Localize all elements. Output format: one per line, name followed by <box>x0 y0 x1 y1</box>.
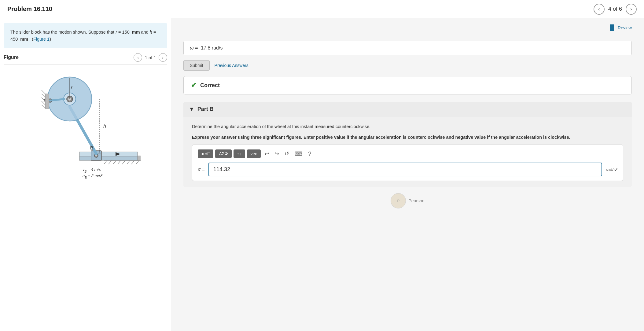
prev-problem-button[interactable]: ‹ <box>594 4 605 15</box>
keyboard-button[interactable]: ⌨ <box>293 149 304 158</box>
part-b-description2: Express your answer using three signific… <box>192 134 623 141</box>
svg-rect-12 <box>79 156 138 160</box>
redo-button[interactable]: ↪ <box>273 149 281 158</box>
part-b-collapse-icon: ▼ <box>189 106 194 112</box>
correct-box: ✔ Correct <box>183 76 632 94</box>
part-b-title: Part B <box>197 106 214 112</box>
pearson-logo: P <box>391 193 406 208</box>
part-a-answer-label: ω = <box>190 45 198 51</box>
description-text: The slider block has the motion shown. S… <box>10 30 156 42</box>
part-b-body: Determine the angular acceleration of th… <box>183 117 632 187</box>
alpha-unit: rad/s² <box>606 167 617 172</box>
nav-controls: ‹ 4 of 6 › <box>594 4 637 15</box>
pearson-label: Pearson <box>408 198 424 203</box>
part-b-section: ▼ Part B Determine the angular accelerat… <box>183 102 632 187</box>
submit-row: Submit Previous Answers <box>183 60 632 71</box>
part-b-header[interactable]: ▼ Part B <box>183 102 632 117</box>
correct-label: Correct <box>200 82 220 89</box>
previous-answers-link[interactable]: Previous Answers <box>215 63 248 68</box>
figure-nav: ‹ 1 of 1 › <box>134 53 167 62</box>
review-link[interactable]: ▐▌ Review <box>608 24 632 31</box>
input-row: α = rad/s² <box>198 163 617 176</box>
pearson-logo-area: P Pearson <box>183 187 632 211</box>
left-scroll[interactable]: The slider block has the motion shown. S… <box>0 18 171 331</box>
right-panel[interactable]: ▐▌ Review ω = 17.8 rad/s Submit Previous… <box>171 18 644 331</box>
review-icon: ▐▌ <box>608 24 616 31</box>
main-layout: The slider block has the motion shown. S… <box>0 18 644 331</box>
sqrt-label: √□ <box>205 151 210 156</box>
left-panel: The slider block has the motion shown. S… <box>0 18 171 331</box>
figure-title: Figure <box>4 55 19 60</box>
problem-title: Problem 16.110 <box>7 6 52 13</box>
sqrt-button[interactable]: ■ √□ <box>198 149 213 158</box>
next-problem-button[interactable]: › <box>626 4 637 15</box>
part-a-answer-box: ω = 17.8 rad/s <box>183 41 632 55</box>
alpha-label: α = <box>198 167 205 172</box>
alpha-input[interactable] <box>208 163 602 176</box>
svg-rect-29 <box>45 94 49 108</box>
arrows-button[interactable]: ↑↓ <box>234 149 245 158</box>
figure-next-button[interactable]: › <box>159 53 167 62</box>
top-bar: Problem 16.110 ‹ 4 of 6 › <box>0 0 644 18</box>
svg-text:B: B <box>90 145 94 150</box>
sqrt-icon: ■ <box>201 152 204 156</box>
figure-header: Figure ‹ 1 of 1 › <box>4 53 167 64</box>
undo-button[interactable]: ↩ <box>263 149 271 158</box>
figure-counter: 1 of 1 <box>145 55 156 60</box>
math-toolbar: ■ √□ ΑΣΦ ↑↓ vec ↩ ↪ ↺ ⌨ ? <box>198 149 617 158</box>
symbols-button[interactable]: ΑΣΦ <box>215 149 231 158</box>
figure-section: Figure ‹ 1 of 1 › <box>0 48 171 194</box>
reset-button[interactable]: ↺ <box>283 149 291 158</box>
figure-svg: h r A <box>24 70 147 186</box>
check-icon: ✔ <box>191 81 197 89</box>
input-area: ■ √□ ΑΣΦ ↑↓ vec ↩ ↪ ↺ ⌨ ? α = <box>192 145 623 181</box>
part-b-description1: Determine the angular acceleration of th… <box>192 123 623 130</box>
help-button[interactable]: ? <box>306 149 313 158</box>
vec-button[interactable]: vec <box>247 149 261 158</box>
part-a-answer-value: 17.8 rad/s <box>201 45 223 51</box>
figure-image: h r A <box>4 67 167 189</box>
figure-link[interactable]: Figure 1 <box>33 37 50 42</box>
problem-description: The slider block has the motion shown. S… <box>4 23 167 48</box>
problem-counter: 4 of 6 <box>608 6 622 12</box>
figure-prev-button[interactable]: ‹ <box>134 53 142 62</box>
submit-button[interactable]: Submit <box>183 60 210 71</box>
h-label: h <box>103 124 106 129</box>
review-label: Review <box>618 25 632 30</box>
review-link-container: ▐▌ Review <box>183 24 632 36</box>
